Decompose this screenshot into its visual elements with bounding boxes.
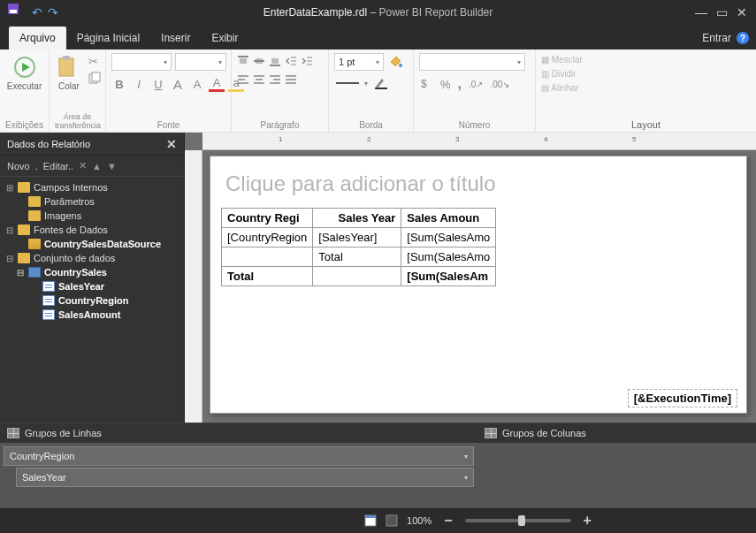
align-left-icon[interactable]: [237, 74, 249, 85]
tab-exibir[interactable]: Exibir: [201, 27, 248, 49]
zoom-in-button[interactable]: +: [580, 513, 595, 529]
merge-button[interactable]: ▦ Mesclar: [541, 53, 583, 67]
tab-arquivo[interactable]: Arquivo: [9, 27, 66, 49]
font-color-button[interactable]: A: [209, 76, 225, 92]
align-middle-icon[interactable]: [253, 55, 265, 67]
design-surface[interactable]: 1 2 3 4 5 Clique para adicionar o título…: [185, 133, 756, 423]
save-icon[interactable]: [7, 3, 27, 22]
new-button[interactable]: Novo: [7, 161, 30, 171]
column-groups-header: Grupos de Colunas: [502, 428, 586, 438]
group-exibicoes: Exibições: [5, 118, 43, 130]
tab-pagina-inicial[interactable]: Página Inicial: [66, 27, 150, 49]
move-up-icon[interactable]: ▲: [92, 161, 102, 171]
row-group-salesyear[interactable]: SalesYear▾: [16, 468, 474, 487]
tree-field-countryregion[interactable]: CountryRegion: [0, 293, 184, 308]
edit-button[interactable]: Editar..: [43, 161, 73, 171]
undo-icon[interactable]: ↶: [32, 5, 42, 19]
split-button[interactable]: ▥ Dividir: [541, 67, 583, 81]
group-layout: Layout: [541, 116, 751, 130]
zoom-slider[interactable]: [465, 519, 571, 522]
status-bar: 100% − +: [0, 507, 756, 533]
header-salesamount[interactable]: Sales Amoun: [401, 209, 496, 228]
delete-icon[interactable]: ✕: [79, 160, 87, 171]
tree-dataset-item[interactable]: ⊟CountrySales: [0, 265, 184, 279]
copy-icon[interactable]: [88, 72, 101, 84]
font-size-dropdown[interactable]: ▾: [175, 53, 226, 71]
cell-sum2[interactable]: [Sum(SalesAmo: [401, 247, 496, 267]
header-countryregion[interactable]: Country Regi: [222, 209, 313, 228]
align-bottom-icon[interactable]: [269, 55, 281, 67]
cell-total-empty[interactable]: [313, 267, 401, 286]
panel-close-icon[interactable]: ✕: [166, 137, 177, 151]
tree-field-salesyear[interactable]: SalesYear: [0, 279, 184, 293]
report-data-panel: Dados do Relatório ✕ Novo. Editar.. ✕ ▲ …: [0, 133, 185, 423]
decimal-increase-icon[interactable]: .0↗: [469, 80, 483, 89]
help-icon[interactable]: ?: [737, 32, 749, 44]
maximize-icon[interactable]: ▭: [716, 5, 728, 19]
view-design-icon[interactable]: [364, 514, 377, 527]
font-shrink-button[interactable]: A: [189, 76, 205, 92]
group-numero: Número: [419, 118, 530, 130]
minimize-icon[interactable]: —: [695, 5, 707, 19]
number-format-dropdown[interactable]: ▾: [419, 53, 525, 71]
close-icon[interactable]: ✕: [737, 5, 747, 19]
cell-countryregion[interactable]: [CountryRegion: [222, 228, 313, 247]
group-clipboard: Área de transferência: [55, 110, 100, 130]
font-family-dropdown[interactable]: ▾: [111, 53, 172, 71]
border-width-dropdown[interactable]: 1 pt▾: [334, 53, 384, 71]
title-bar: ↶ ↷ EnterDataExample.rdl – Power BI Repo…: [0, 0, 756, 25]
bold-button[interactable]: B: [111, 76, 127, 92]
paste-button[interactable]: Colar: [55, 53, 83, 93]
row-group-countryregion[interactable]: CountryRegion▾: [4, 446, 474, 466]
tree-datasets[interactable]: ⊟Conjunto de dados: [0, 251, 184, 265]
border-color-button[interactable]: [373, 76, 389, 90]
cell-subtotal-label[interactable]: Total: [313, 247, 401, 267]
align-center-icon[interactable]: [253, 74, 265, 85]
decimal-decrease-icon[interactable]: .00↘: [490, 80, 509, 89]
cell-total-label[interactable]: Total: [222, 267, 313, 286]
sign-in[interactable]: Entrar ?: [695, 27, 756, 49]
font-grow-button[interactable]: A: [170, 76, 186, 92]
cut-icon[interactable]: ✂: [88, 55, 101, 68]
cell-salesyear[interactable]: [SalesYear]: [313, 228, 401, 247]
percent-icon[interactable]: %: [440, 78, 451, 91]
report-title-placeholder[interactable]: Clique para adicionar o título: [221, 165, 736, 202]
svg-text:$: $: [421, 78, 427, 90]
tree-datasource-item[interactable]: CountrySalesDataSource: [0, 237, 184, 251]
indent-decrease-icon[interactable]: [285, 55, 297, 67]
ruler-vertical: [185, 150, 202, 423]
align-right-icon[interactable]: [269, 74, 281, 85]
cell-empty[interactable]: [222, 247, 313, 267]
svg-rect-39: [386, 515, 397, 526]
execution-time-box[interactable]: [&ExecutionTime]: [628, 389, 737, 407]
comma-icon[interactable]: ,: [458, 76, 462, 92]
grouping-pane: Grupos de Linhas CountryRegion▾ SalesYea…: [0, 423, 756, 507]
redo-icon[interactable]: ↷: [48, 5, 58, 19]
panel-title: Dados do Relatório: [7, 139, 90, 149]
tab-inserir[interactable]: Inserir: [150, 27, 201, 49]
tree-parameters[interactable]: Parâmetros: [0, 194, 184, 209]
italic-button[interactable]: I: [131, 76, 147, 92]
align-button[interactable]: ▤ Alinhar: [541, 81, 583, 95]
report-data-tree: ⊞Campos Internos Parâmetros Imagens ⊟Fon…: [0, 177, 184, 423]
align-justify-icon[interactable]: [285, 74, 297, 85]
underline-button[interactable]: U: [150, 76, 166, 92]
indent-increase-icon[interactable]: [301, 55, 313, 67]
cell-sum1[interactable]: [Sum(SalesAmo: [401, 228, 496, 247]
zoom-out-button[interactable]: −: [440, 513, 455, 529]
view-preview-icon[interactable]: [386, 514, 398, 527]
tablix[interactable]: Country Regi Sales Year Sales Amoun [Cou…: [221, 208, 496, 286]
cell-sum3[interactable]: [Sum(SalesAm: [401, 267, 496, 286]
header-salesyear[interactable]: Sales Year: [313, 209, 401, 228]
border-style-dropdown[interactable]: ▾: [334, 76, 370, 90]
tree-field-salesamount[interactable]: SalesAmount: [0, 308, 184, 322]
move-down-icon[interactable]: ▼: [107, 161, 117, 171]
run-button[interactable]: Executar: [5, 53, 43, 93]
currency-icon[interactable]: $: [419, 77, 433, 91]
tree-data-sources[interactable]: ⊟Fontes de Dados: [0, 223, 184, 237]
align-top-icon[interactable]: [237, 55, 249, 67]
tree-builtin-fields[interactable]: ⊞Campos Internos: [0, 180, 184, 194]
paint-bucket-icon[interactable]: [387, 54, 403, 70]
ruler-horizontal: 1 2 3 4 5: [202, 133, 756, 150]
tree-images[interactable]: Imagens: [0, 209, 184, 223]
